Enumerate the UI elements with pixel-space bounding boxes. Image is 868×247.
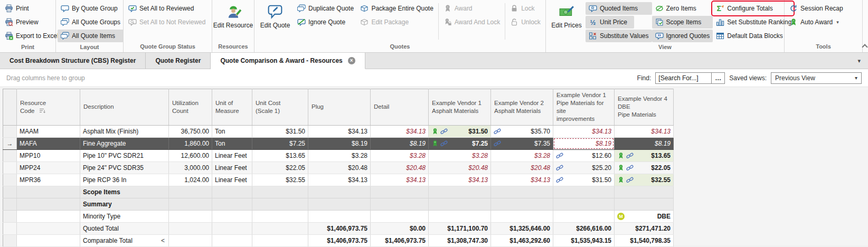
- print-button[interactable]: Print: [2, 2, 62, 15]
- cell-ev1p[interactable]: $1,535,943.15: [553, 234, 615, 246]
- column-header-cost[interactable]: Unit Cost(Scale 1): [252, 89, 308, 126]
- cell-ev1p[interactable]: [553, 210, 615, 222]
- cell-code[interactable]: [17, 198, 80, 210]
- tab-cbs-register[interactable]: Cost Breakdown Structure (CBS) Register: [0, 53, 146, 69]
- cell-label[interactable]: Comparable Total<: [80, 234, 169, 246]
- row-selector[interactable]: [3, 174, 17, 186]
- edit-package-button[interactable]: Edit Package: [357, 16, 436, 28]
- cell-cost[interactable]: [252, 198, 308, 210]
- set-all-to-not-reviewed-button[interactable]: Set All to Not Reviewed: [125, 16, 209, 28]
- cell-uom[interactable]: [212, 198, 252, 210]
- cell-label[interactable]: Minority Type: [80, 210, 169, 222]
- award-button[interactable]: Award: [440, 2, 504, 15]
- cell-plug[interactable]: [308, 210, 371, 222]
- group-by-drop-zone[interactable]: Drag columns here to group: [6, 74, 85, 82]
- cell-cost[interactable]: $7.25: [252, 137, 308, 149]
- cell-code[interactable]: MAFA: [17, 137, 80, 149]
- cell-label[interactable]: Summary: [80, 198, 169, 210]
- column-header-plug[interactable]: Plug: [308, 89, 371, 126]
- cell-ev1a[interactable]: $20.48: [429, 162, 491, 174]
- cell-util[interactable]: 1,024.00: [169, 174, 212, 186]
- tab-quote-register[interactable]: Quote Register: [146, 53, 211, 69]
- search-input[interactable]: [656, 74, 711, 82]
- cell-ev2a[interactable]: [491, 198, 553, 210]
- close-icon[interactable]: ×: [348, 57, 355, 64]
- saved-views-dropdown[interactable]: Previous View ▾: [771, 72, 862, 84]
- award-and-lock-button[interactable]: Award And Lock: [440, 16, 504, 28]
- cell-ev1p[interactable]: [553, 198, 615, 210]
- cell-plug[interactable]: $1,406,973.75: [308, 234, 371, 246]
- auto-award-button[interactable]: Auto Award▾: [786, 16, 846, 28]
- ignore-quote-button[interactable]: Ignore Quote: [294, 16, 357, 28]
- row-selector[interactable]: [3, 186, 17, 198]
- package-entire-quote-button[interactable]: Package Entire Quote: [357, 2, 436, 15]
- cell-ev4[interactable]: $13.65: [615, 149, 674, 162]
- cell-ev4[interactable]: MDBE: [615, 210, 674, 222]
- cell-ev1p[interactable]: $266,616.00: [553, 222, 615, 234]
- cell-label[interactable]: Scope Items: [80, 186, 169, 198]
- cell-ev2a[interactable]: $3.28: [491, 149, 553, 162]
- preview-button[interactable]: Preview: [2, 16, 62, 28]
- quoted-items-toggle[interactable]: Quoted Items: [586, 2, 652, 15]
- cell-detail[interactable]: [371, 210, 429, 222]
- cell-util[interactable]: [169, 198, 212, 210]
- cell-util[interactable]: [169, 234, 212, 246]
- cell-code[interactable]: MPP10: [17, 149, 80, 162]
- cell-ev4[interactable]: $34.13: [615, 125, 674, 137]
- cell-ev4[interactable]: $271,471.20: [615, 222, 674, 234]
- default-data-blocks-button[interactable]: Default Data Blocks: [713, 30, 793, 42]
- duplicate-quote-button[interactable]: Duplicate Quote: [294, 2, 357, 15]
- cell-ev1p[interactable]: $34.13: [553, 125, 615, 137]
- cell-ev4[interactable]: $1,540,798.35: [615, 234, 674, 246]
- cell-ev2a[interactable]: $1,325,646.00: [491, 222, 553, 234]
- cell-ev4[interactable]: [615, 198, 674, 210]
- cell-ev1p[interactable]: $8.19: [553, 137, 615, 149]
- edit-quote-button[interactable]: Edit Quote: [256, 1, 294, 42]
- edit-prices-button[interactable]: Edit Prices: [548, 1, 586, 42]
- scope-items-toggle[interactable]: Scope Items: [652, 16, 713, 28]
- cell-plug[interactable]: $34.13: [308, 174, 371, 186]
- cell-detail[interactable]: $34.13: [371, 174, 429, 186]
- cell-detail[interactable]: $0.00: [371, 222, 429, 234]
- cell-cost[interactable]: $31.50: [252, 125, 308, 137]
- cell-ev2a[interactable]: [491, 186, 553, 198]
- cell-cost[interactable]: [252, 234, 308, 246]
- cell-uom[interactable]: Ton: [212, 125, 252, 137]
- row-selector[interactable]: [3, 222, 17, 234]
- lock-button[interactable]: Lock: [507, 2, 544, 15]
- collapse-ribbon-icon[interactable]: [862, 44, 867, 50]
- cell-ev2a[interactable]: [491, 210, 553, 222]
- cell-uom[interactable]: Linear Feet: [212, 162, 252, 174]
- cell-uom[interactable]: Linear Feet: [212, 174, 252, 186]
- session-recap-button[interactable]: Session Recap: [786, 2, 846, 15]
- by-quote-group-button[interactable]: By Quote Group: [58, 2, 124, 15]
- edit-resource-button[interactable]: Edit Resource: [214, 1, 252, 42]
- cell-ev4[interactable]: $32.55: [615, 174, 674, 186]
- cell-uom[interactable]: [212, 234, 252, 246]
- unit-price-toggle[interactable]: ½Unit Price: [586, 16, 634, 28]
- cell-ev1a[interactable]: [429, 210, 491, 222]
- cell-ev1a[interactable]: $7.25: [429, 137, 491, 149]
- cell-code[interactable]: MAAM: [17, 125, 80, 137]
- cell-util[interactable]: [169, 210, 212, 222]
- row-selector[interactable]: [3, 198, 17, 210]
- cell-ev1a[interactable]: $34.13: [429, 174, 491, 186]
- cell-ev1p[interactable]: [553, 186, 615, 198]
- column-header-ev2a[interactable]: Example Vendor 2Asphalt Materials: [491, 89, 553, 126]
- cell-ev1p[interactable]: $12.60: [553, 149, 615, 162]
- row-selector[interactable]: [3, 149, 17, 162]
- export-to-excel-button[interactable]: Export to Excel: [2, 30, 62, 42]
- column-header-detail[interactable]: Detail: [371, 89, 429, 126]
- cell-util[interactable]: 3,000.00: [169, 162, 212, 174]
- unlock-button[interactable]: Unlock: [507, 16, 544, 28]
- configure-totals-button[interactable]: ΣConfigure Totals: [713, 2, 793, 15]
- cell-uom[interactable]: [212, 186, 252, 198]
- cell-uom[interactable]: Linear Feet: [212, 149, 252, 162]
- column-header-sel[interactable]: [3, 89, 17, 126]
- set-all-to-reviewed-button[interactable]: Set All to Reviewed: [125, 2, 209, 15]
- cell-ev2a[interactable]: $20.48: [491, 162, 553, 174]
- tab-list-dropdown[interactable]: ▾: [857, 53, 868, 69]
- column-header-desc[interactable]: Description: [80, 89, 169, 126]
- cell-ev1a[interactable]: [429, 186, 491, 198]
- cell-ev4[interactable]: $8.19: [615, 137, 674, 149]
